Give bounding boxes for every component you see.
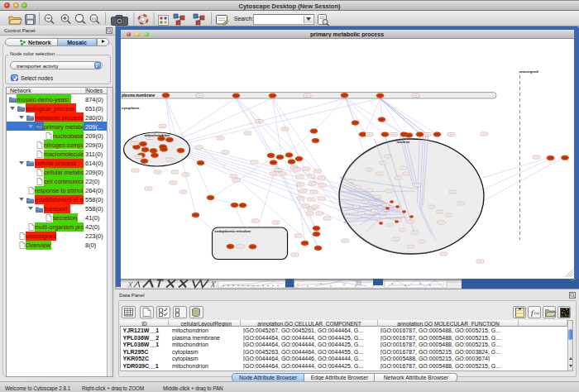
svg-text:unassigned: unassigned <box>519 69 538 74</box>
svg-text:(x): (x) <box>534 311 539 315</box>
svg-text:endoplasmic reticulum: endoplasmic reticulum <box>214 229 251 233</box>
svg-text:plasma membrane: plasma membrane <box>122 93 156 98</box>
svg-text:mitochondrion: mitochondrion <box>144 133 170 137</box>
svg-text:1:1: 1:1 <box>92 17 97 21</box>
svg-text:nucleus: nucleus <box>396 140 409 144</box>
svg-text:cytoplasm: cytoplasm <box>122 106 139 110</box>
